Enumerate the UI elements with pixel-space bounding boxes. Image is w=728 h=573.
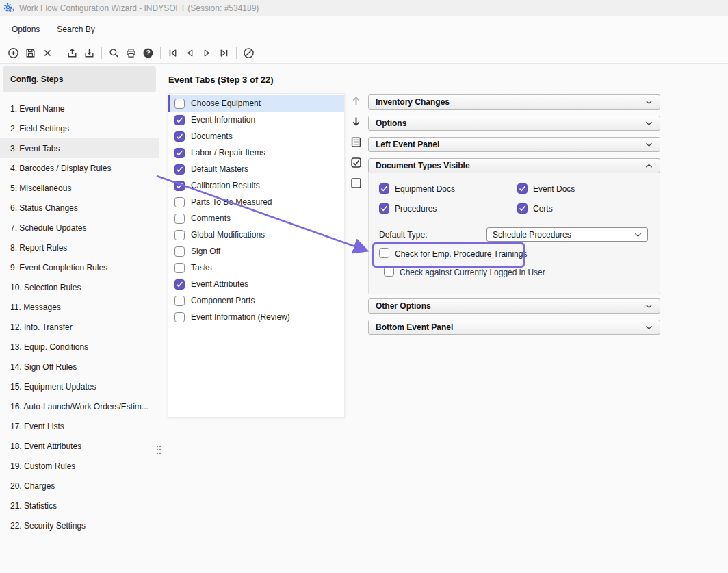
menu-search-by[interactable]: Search By <box>57 25 94 34</box>
checkbox-checked[interactable] <box>379 203 389 214</box>
checkbox-unchecked[interactable] <box>384 266 394 277</box>
section-document-types-visible[interactable]: Document Types Visible <box>368 158 660 173</box>
section-options[interactable]: Options <box>368 116 660 131</box>
event-tab-row[interactable]: Choose Equipment <box>168 95 344 112</box>
default-type-dropdown[interactable]: Schedule Procedures <box>486 227 648 242</box>
sidebar-item-equip-conditions[interactable]: 13. Equip. Conditions <box>0 337 159 357</box>
checkbox-checked[interactable] <box>517 203 528 214</box>
event-tab-row[interactable]: Global Modifications <box>168 227 344 243</box>
checkbox-checked[interactable] <box>174 148 185 158</box>
sidebar-item-barcodes-display-rules[interactable]: 4. Barcodes / Display Rules <box>0 158 159 178</box>
sidebar-item-status-changes[interactable]: 6. Status Changes <box>0 198 159 218</box>
help-button[interactable]: ? <box>140 44 157 62</box>
previous-record-icon <box>184 47 196 59</box>
sidebar-item-event-lists[interactable]: 17. Event Lists <box>0 416 159 436</box>
previous-record-button[interactable] <box>181 44 198 62</box>
checkbox-checked[interactable] <box>379 183 389 194</box>
event-tab-label: Tasks <box>191 263 212 272</box>
doc-type-label: Procedures <box>395 204 437 214</box>
sidebar-item-selection-rules[interactable]: 10. Selection Rules <box>0 277 159 297</box>
checkbox-unchecked[interactable] <box>174 214 185 224</box>
event-tab-row[interactable]: Labor / Repair Items <box>168 144 344 161</box>
event-tab-row[interactable]: Documents <box>168 128 344 144</box>
section-label: Inventory Changes <box>376 97 450 107</box>
doc-type-certs[interactable]: Certs <box>517 203 575 214</box>
event-tab-row[interactable]: Tasks <box>168 259 344 276</box>
help-icon: ? <box>142 47 154 59</box>
checkbox-checked[interactable] <box>174 131 185 142</box>
sidebar-item-charges[interactable]: 20. Charges <box>0 476 159 496</box>
logged-in-user-checkbox[interactable] <box>384 266 394 279</box>
app-icon <box>3 2 14 15</box>
checkbox-unchecked[interactable] <box>174 263 185 273</box>
section-bottom-event-panel[interactable]: Bottom Event Panel <box>368 320 660 335</box>
next-record-button[interactable] <box>198 44 216 62</box>
menu-options[interactable]: Options <box>12 25 40 34</box>
event-tab-row[interactable]: Event Attributes <box>168 276 344 292</box>
add-button[interactable] <box>5 44 22 62</box>
sidebar-item-auto-launch-work-orders-estim[interactable]: 16. Auto-Launch/Work Orders/Estim... <box>0 396 159 416</box>
section-inventory-changes[interactable]: Inventory Changes <box>368 94 660 110</box>
checkbox-unchecked[interactable] <box>174 230 185 240</box>
sidebar-item-report-rules[interactable]: 8. Report Rules <box>0 238 159 257</box>
checkbox-checked[interactable] <box>174 181 185 191</box>
event-tab-row[interactable]: Sign Off <box>168 243 344 259</box>
sidebar-item-statistics[interactable]: 21. Statistics <box>0 496 159 515</box>
doc-type-event-docs[interactable]: Event Docs <box>517 183 575 194</box>
logged-in-user-option[interactable]: Check against Currently Logged in User <box>384 266 545 279</box>
logged-in-user-label: Check against Currently Logged in User <box>400 268 545 277</box>
event-tab-row[interactable]: Comments <box>168 210 344 227</box>
sidebar-item-security-settings[interactable]: 22. Security Settings <box>0 515 159 535</box>
details-button[interactable] <box>348 135 363 149</box>
sidebar-item-equipment-updates[interactable]: 15. Equipment Updates <box>0 377 159 396</box>
doc-type-procedures[interactable]: Procedures <box>379 203 517 214</box>
section-left-event-panel[interactable]: Left Event Panel <box>368 137 660 152</box>
save-button[interactable] <box>22 44 39 62</box>
sidebar-item-info-transfer[interactable]: 12. Info. Transfer <box>0 317 159 337</box>
splitter-drag-handle[interactable] <box>155 444 163 455</box>
checkbox-unchecked[interactable] <box>379 248 389 258</box>
event-tab-row[interactable]: Component Parts <box>168 292 344 309</box>
checkbox-checked[interactable] <box>174 279 185 290</box>
last-record-button[interactable] <box>216 44 233 62</box>
sidebar-item-event-tabs[interactable]: 3. Event Tabs <box>0 138 159 158</box>
sidebar-item-miscellaneous[interactable]: 5. Miscellaneous <box>0 178 159 198</box>
export-button[interactable] <box>64 44 81 62</box>
cancel-button[interactable] <box>240 44 257 62</box>
uncheck-all-button[interactable] <box>348 176 363 190</box>
sidebar-item-custom-rules[interactable]: 19. Custom Rules <box>0 456 159 476</box>
print-button[interactable] <box>122 44 140 62</box>
move-up-button[interactable] <box>348 94 363 108</box>
section-other-options[interactable]: Other Options <box>368 298 660 314</box>
sidebar-item-event-name[interactable]: 1. Event Name <box>0 99 159 118</box>
sidebar-item-messages[interactable]: 11. Messages <box>0 297 159 317</box>
check-all-button[interactable] <box>348 155 363 170</box>
event-tab-row[interactable]: Default Masters <box>168 161 344 177</box>
checkbox-unchecked[interactable] <box>174 296 185 306</box>
event-tab-row[interactable]: Parts To Be Measured <box>168 194 344 210</box>
doc-type-equipment-docs[interactable]: Equipment Docs <box>379 183 517 194</box>
emp-training-checkbox[interactable] <box>379 248 389 260</box>
sidebar-item-event-attributes[interactable]: 18. Event Attributes <box>0 436 159 456</box>
sidebar-item-field-settings[interactable]: 2. Field Settings <box>0 118 159 138</box>
checkbox-unchecked[interactable] <box>174 99 185 109</box>
sidebar-item-sign-off-rules[interactable]: 14. Sign Off Rules <box>0 357 159 377</box>
checkbox-checked[interactable] <box>174 115 185 125</box>
first-record-icon <box>167 47 179 59</box>
delete-button[interactable] <box>39 44 56 62</box>
checkbox-checked[interactable] <box>174 164 185 175</box>
move-down-button[interactable] <box>348 114 363 129</box>
sidebar-item-event-completion-rules[interactable]: 9. Event Completion Rules <box>0 257 159 277</box>
search-button[interactable] <box>105 44 122 62</box>
sidebar-item-schedule-updates[interactable]: 7. Schedule Updates <box>0 218 159 238</box>
event-tab-row[interactable]: Calibration Results <box>168 177 344 194</box>
first-record-button[interactable] <box>164 44 181 62</box>
checkbox-unchecked[interactable] <box>174 312 185 322</box>
checkbox-unchecked[interactable] <box>174 197 185 207</box>
emp-training-option[interactable]: Check for Emp. Procedure Trainings <box>379 248 527 260</box>
checkbox-checked[interactable] <box>517 183 528 194</box>
event-tab-row[interactable]: Event Information <box>168 112 344 128</box>
import-button[interactable] <box>81 44 98 62</box>
checkbox-unchecked[interactable] <box>174 246 185 257</box>
event-tab-row[interactable]: Event Information (Review) <box>168 309 344 325</box>
